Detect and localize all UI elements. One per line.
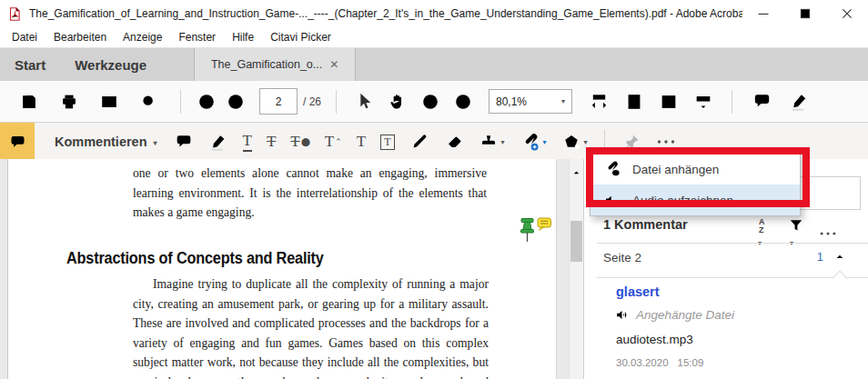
- pdf-file-icon: [7, 6, 23, 22]
- eraser-tool-icon[interactable]: [444, 132, 464, 152]
- menu-item-label: Datei anhängen: [632, 163, 719, 176]
- minimize-icon[interactable]: [742, 0, 784, 27]
- highlight-text-tool-icon[interactable]: [208, 132, 228, 152]
- toolbar-separator: [732, 90, 732, 114]
- chevron-down-icon: ▾: [561, 97, 565, 105]
- fit-width-icon[interactable]: [589, 91, 610, 112]
- maximize-icon[interactable]: [784, 0, 826, 27]
- toolbar-separator: [336, 90, 337, 114]
- zoom-level-select[interactable]: 80,1% ▾: [489, 89, 572, 114]
- scroll-up-icon[interactable]: [570, 166, 582, 178]
- window-title: The_Gamification_of_Learning_and_Instruc…: [29, 7, 742, 20]
- acrobat-window: The_Gamification_of_Learning_and_Instruc…: [0, 0, 868, 379]
- comments-panel-tools: ▾ ▾: [755, 215, 838, 251]
- attach-file-tool-icon[interactable]: ▾: [520, 132, 547, 153]
- insert-text-tool-icon[interactable]: T⌃: [325, 133, 342, 151]
- menu-hilfe[interactable]: Hilfe: [224, 27, 262, 47]
- menu-bar: Datei Bearbeiten Anzeige Fenster Hilfe C…: [0, 27, 868, 48]
- add-text-comment-tool-icon[interactable]: T: [357, 133, 366, 151]
- print-icon[interactable]: [59, 92, 79, 112]
- zoom-level-value: 80,1%: [496, 95, 527, 108]
- comment-mode-badge: [0, 123, 35, 161]
- menu-anzeige[interactable]: Anzeige: [115, 27, 170, 47]
- zoom-out-icon[interactable]: [420, 92, 440, 112]
- menu-fenster[interactable]: Fenster: [170, 27, 224, 47]
- title-bar: The_Gamification_of_Learning_and_Instruc…: [0, 0, 868, 27]
- replace-text-tool-icon[interactable]: T⬤: [290, 133, 309, 151]
- comment-kind-row: Angehängte Datei: [614, 307, 734, 323]
- strikethrough-text-tool-icon[interactable]: T: [267, 133, 276, 151]
- sticky-note-tool-icon[interactable]: [174, 132, 194, 152]
- menu-datei[interactable]: Datei: [4, 27, 45, 47]
- fullscreen-icon: [659, 92, 679, 112]
- comments-count-header: 1 Kommentar: [603, 217, 688, 232]
- section-heading: Abstractions of Concepts and Reality: [66, 249, 324, 268]
- hand-tool-icon[interactable]: [387, 91, 408, 112]
- sort-comments-icon[interactable]: ▾: [755, 215, 774, 251]
- comment-bubble-icon: [8, 133, 27, 152]
- comment-author: glasert: [616, 284, 660, 299]
- menu-bearbeiten[interactable]: Bearbeiten: [45, 27, 115, 47]
- paperclip-comment-icon: [603, 160, 622, 179]
- page-group-label: Seite 2: [603, 251, 641, 264]
- email-icon[interactable]: [99, 92, 119, 112]
- menu-item-audio-aufzeichnen[interactable]: Audio aufzeichnen: [590, 185, 800, 215]
- toolbar-separator: [604, 130, 605, 154]
- keep-tool-pin-icon: [621, 133, 641, 152]
- pushpin-attachment-annotation[interactable]: [514, 217, 552, 252]
- comment-date: 30.03.2020: [616, 357, 669, 368]
- page-group-count: 1: [817, 250, 823, 264]
- close-comment-toolbar-icon[interactable]: [829, 133, 848, 152]
- save-icon[interactable]: [19, 92, 39, 112]
- select-tool-icon[interactable]: [354, 92, 374, 112]
- kommentieren-dropdown[interactable]: Kommentieren ▾: [35, 135, 167, 149]
- page-paragraph-1: one or two elements alone cannot make an…: [133, 164, 487, 223]
- document-pane: one or two elements alone cannot make an…: [0, 159, 583, 379]
- pdf-page: one or two elements alone cannot make an…: [7, 159, 557, 379]
- measure-tool-icon[interactable]: [693, 92, 713, 112]
- tab-close-icon[interactable]: ✕: [329, 58, 338, 71]
- menu-item-label: Audio aufzeichnen: [632, 194, 733, 207]
- page-total-label: / 26: [303, 95, 321, 108]
- close-window-icon[interactable]: [826, 0, 868, 27]
- card-notch: [833, 271, 848, 286]
- page-group-controls: 1: [817, 249, 847, 264]
- more-options-icon[interactable]: [655, 131, 677, 153]
- chevron-down-icon: ▾: [154, 139, 157, 147]
- tab-document[interactable]: The_Gamification_o... ✕: [194, 48, 356, 81]
- menu-item-datei-anhaengen[interactable]: Datei anhängen: [590, 154, 800, 185]
- page-paragraph-2: Imagine trying to duplicate all the comp…: [133, 274, 489, 379]
- menu-citavi-picker[interactable]: Citavi Picker: [262, 27, 339, 47]
- search-icon[interactable]: [139, 92, 159, 112]
- comment-time: 15:09: [678, 357, 704, 368]
- stamp-tool-icon[interactable]: ▾: [479, 132, 505, 152]
- divider: [597, 243, 868, 244]
- draw-tool-icon[interactable]: [409, 132, 429, 152]
- comments-options-icon[interactable]: [818, 224, 838, 244]
- tab-bar: Start Werkzeuge The_Gamification_o... ✕: [0, 48, 868, 81]
- page-number-input[interactable]: [259, 88, 298, 115]
- tab-werkzeuge[interactable]: Werkzeuge: [60, 48, 161, 81]
- next-page-icon[interactable]: [226, 92, 246, 112]
- document-scrollbar[interactable]: [569, 159, 583, 379]
- filter-comments-icon[interactable]: ▾: [787, 216, 805, 251]
- tab-start[interactable]: Start: [0, 48, 60, 81]
- attached-file-name[interactable]: audiotest.mp3: [616, 333, 693, 346]
- zoom-in-icon[interactable]: [453, 92, 473, 112]
- text-box-tool-icon[interactable]: T: [380, 135, 394, 150]
- toolbar-separator: [180, 90, 181, 114]
- comment-kind-label: Angehängte Datei: [636, 308, 734, 322]
- pushpin-icon: [521, 219, 534, 243]
- drawing-shapes-tool-icon[interactable]: ▾: [561, 132, 588, 152]
- comment-timestamp: 30.03.2020 15:09: [616, 357, 703, 368]
- highlight-icon[interactable]: [789, 91, 810, 112]
- comment-bubble-icon[interactable]: [752, 91, 772, 112]
- fit-page-icon[interactable]: [624, 92, 644, 112]
- underline-text-tool-icon[interactable]: T: [243, 132, 252, 152]
- speaker-comment-icon: [603, 191, 622, 210]
- main-toolbar: / 26 80,1% ▾: [0, 81, 868, 123]
- previous-page-icon[interactable]: [197, 92, 217, 112]
- collapse-group-icon[interactable]: [833, 249, 847, 264]
- speaker-icon: [614, 307, 630, 323]
- scrollbar-thumb[interactable]: [570, 221, 582, 262]
